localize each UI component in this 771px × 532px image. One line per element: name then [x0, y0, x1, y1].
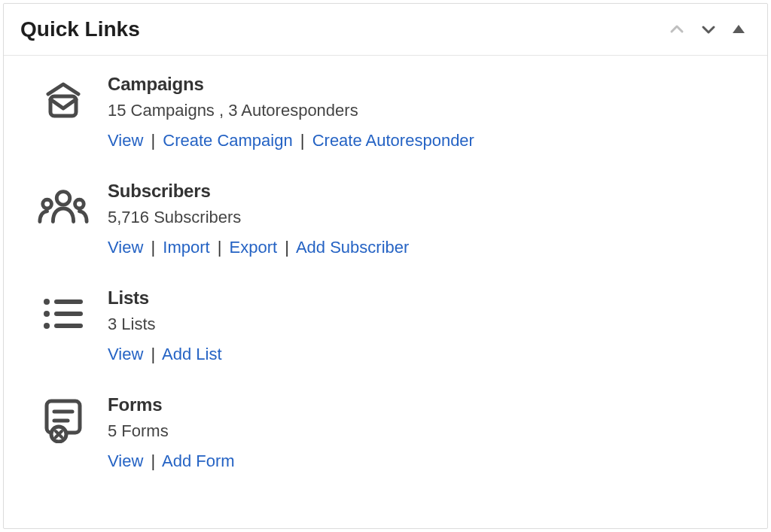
subscribers-import-link[interactable]: Import — [163, 238, 209, 257]
lists-actions: View | Add List — [108, 345, 222, 364]
quick-link-campaigns: Campaigns 15 Campaigns , 3 Autoresponder… — [37, 74, 734, 150]
lists-summary: 3 Lists — [108, 315, 222, 334]
separator: | — [148, 131, 158, 150]
separator: | — [215, 238, 225, 257]
subscribers-summary: 5,716 Subscribers — [108, 208, 409, 227]
lists-view-link[interactable]: View — [108, 345, 143, 363]
subscribers-view-link[interactable]: View — [108, 238, 143, 257]
campaigns-content: Campaigns 15 Campaigns , 3 Autoresponder… — [108, 74, 474, 150]
separator: | — [148, 345, 158, 363]
add-form-link[interactable]: Add Form — [162, 451, 235, 470]
svg-point-2 — [56, 192, 70, 205]
panel-controls — [668, 20, 746, 38]
add-list-link[interactable]: Add List — [162, 345, 222, 363]
quick-links-panel: Quick Links — [3, 3, 768, 529]
create-autoresponder-link[interactable]: Create Autoresponder — [312, 131, 474, 150]
panel-title: Quick Links — [20, 17, 140, 41]
separator: | — [297, 131, 308, 150]
subscribers-icon — [37, 182, 90, 232]
create-campaign-link[interactable]: Create Campaign — [163, 131, 292, 150]
subscribers-content: Subscribers 5,716 Subscribers View | Imp… — [108, 181, 409, 257]
forms-content: Forms 5 Forms View | Add Form — [108, 394, 235, 471]
triangle-up-icon[interactable] — [731, 22, 746, 37]
lists-content: Lists 3 Lists View | Add List — [108, 287, 222, 364]
svg-point-7 — [44, 311, 50, 317]
svg-marker-0 — [733, 25, 745, 33]
subscribers-title: Subscribers — [108, 181, 409, 202]
subscribers-actions: View | Import | Export | Add Subscriber — [108, 238, 409, 257]
svg-point-9 — [44, 323, 50, 329]
panel-header: Quick Links — [4, 4, 767, 56]
svg-rect-8 — [54, 312, 83, 316]
forms-title: Forms — [108, 394, 235, 415]
svg-point-5 — [44, 299, 50, 305]
quick-link-forms: Forms 5 Forms View | Add Form — [37, 394, 734, 471]
forms-summary: 5 Forms — [108, 421, 235, 441]
campaigns-actions: View | Create Campaign | Create Autoresp… — [108, 131, 474, 150]
lists-title: Lists — [108, 287, 222, 309]
chevron-down-icon[interactable] — [699, 20, 718, 38]
svg-point-4 — [75, 199, 84, 208]
separator: | — [282, 238, 292, 257]
svg-point-3 — [43, 199, 52, 208]
quick-link-subscribers: Subscribers 5,716 Subscribers View | Imp… — [37, 181, 734, 257]
campaigns-title: Campaigns — [108, 74, 474, 95]
panel-body: Campaigns 15 Campaigns , 3 Autoresponder… — [4, 56, 767, 528]
forms-icon — [37, 396, 90, 445]
svg-rect-10 — [54, 324, 83, 328]
chevron-up-icon[interactable] — [668, 20, 686, 38]
campaigns-icon — [37, 75, 90, 125]
add-subscriber-link[interactable]: Add Subscriber — [296, 238, 409, 257]
forms-view-link[interactable]: View — [108, 451, 143, 470]
quick-link-lists: Lists 3 Lists View | Add List — [37, 287, 734, 364]
campaigns-summary: 15 Campaigns , 3 Autoresponders — [108, 101, 474, 120]
campaigns-view-link[interactable]: View — [108, 131, 143, 150]
svg-rect-6 — [54, 299, 83, 304]
separator: | — [148, 451, 158, 470]
separator: | — [148, 238, 158, 257]
subscribers-export-link[interactable]: Export — [230, 238, 278, 257]
forms-actions: View | Add Form — [108, 451, 235, 471]
lists-icon — [37, 289, 90, 339]
